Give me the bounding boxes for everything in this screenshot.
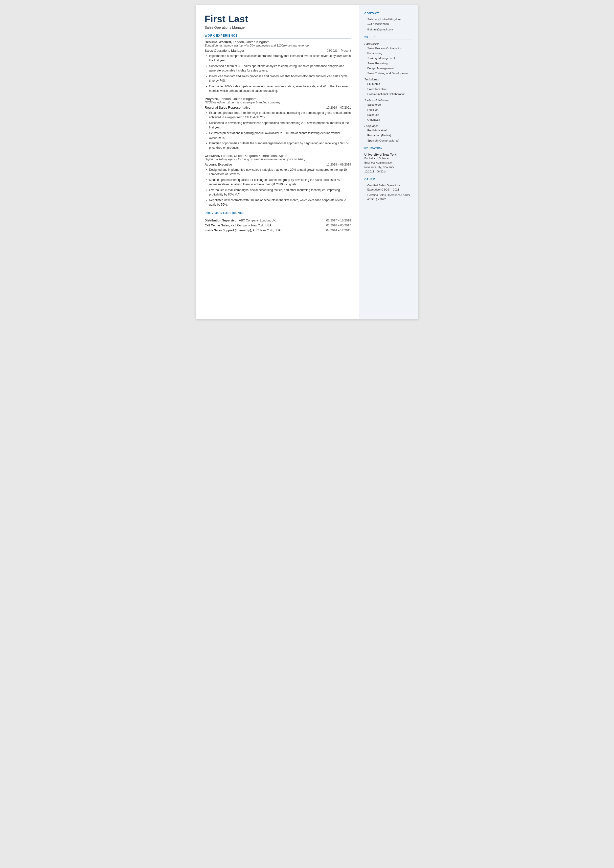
resume-container: First Last Sales Operations Manager WORK… [196, 5, 419, 319]
other-heading: OTHER [364, 178, 413, 182]
tool-item: Salesforce, [364, 103, 413, 107]
skill-item: Forecasting [364, 51, 413, 56]
tool-item: HubSpot [364, 108, 413, 112]
education-entry-1: University of New York Bachelor of Scien… [364, 153, 413, 174]
job-role-row-2: Regional Sales Representative 10/2019 – … [205, 106, 351, 109]
candidate-name: First Last [205, 14, 351, 25]
bullet-item: Delivered presentations regarding produc… [205, 131, 351, 140]
prev-exp-dates-3: 07/2014 – 12/2015 [315, 228, 351, 233]
employer-name-2: Polyhire, London, United Kingdom [205, 97, 351, 101]
prev-exp-entry-2: Call Center Sales, XYZ Company, New York… [205, 223, 315, 228]
other-item-1: Certified Sales Operations Executive (CS… [364, 183, 413, 192]
edu-school-name: University of New York [364, 153, 413, 156]
skills-heading: SKILLS [364, 36, 413, 40]
languages-label: Languages: [364, 124, 413, 127]
bullet-item: Overhauled e-mail campaigns, social netw… [205, 188, 351, 197]
name-title-block: First Last Sales Operations Manager [205, 14, 351, 30]
bullet-list-2: Expanded product lines into 30+ high-pro… [205, 110, 351, 150]
bullet-item: Designed and implemented new sales strat… [205, 168, 351, 176]
work-experience-heading: WORK EXPERIENCE [205, 34, 351, 39]
education-heading: EDUCATION [364, 147, 413, 151]
job-role-row-3: Account Executive 11/2018 – 09/2019 [205, 163, 351, 166]
other-list: Certified Sales Operations Executive (CS… [364, 183, 413, 202]
language-item: English (Native) [364, 129, 413, 133]
job-role-title-1: Sales Operations Manager [205, 49, 245, 53]
technique-item: Sales Incentive [364, 87, 413, 91]
tool-item: SalesLoft [364, 113, 413, 117]
edu-degree: Bachelor of Science [364, 156, 413, 161]
techniques-label: Techniques: [364, 78, 413, 81]
table-row: Call Center Sales, XYZ Company, New York… [205, 223, 351, 228]
language-item: Spanish (Conversational) [364, 138, 413, 143]
edu-location: New York City, New York [364, 165, 413, 169]
candidate-job-title: Sales Operations Manager [205, 25, 351, 30]
employer-growthsi: Growthsi, London, United Kingdom & Barce… [205, 154, 351, 207]
edu-field: Business Administration [364, 161, 413, 165]
job-role-title-3: Account Executive [205, 163, 232, 166]
job-dates-2: 10/2019 – 07/2021 [326, 106, 351, 109]
prev-exp-dates-1: 06/2017 – 10/2018 [315, 218, 351, 223]
bullet-item: Succeeded in developing new business opp… [205, 121, 351, 130]
hard-skills-list: Sales Process Optimization Forecasting T… [364, 46, 413, 76]
bullet-item: Introduced standardized sales processes … [205, 74, 351, 83]
table-row: Inside Sales Support (Internship), ABC, … [205, 228, 351, 233]
left-column: First Last Sales Operations Manager WORK… [196, 5, 359, 319]
tools-list: Salesforce, HubSpot SalesLoft Optymyze [364, 103, 413, 122]
contact-item-email: first.last@gmail.com [364, 28, 413, 32]
right-column: CONTACT Salisbury, United Kingdom +44 12… [359, 5, 419, 319]
other-item-2: Certified Sales Operations Leader (CSOL)… [364, 193, 413, 202]
languages-list: English (Native) Romanian (Native) Spani… [364, 129, 413, 143]
contact-list: Salisbury, United Kingdom +44 1234567890… [364, 17, 413, 32]
technique-item: Cross-functional Collaboration [364, 92, 413, 96]
employer-name-1: Resume Worded, London, United Kingdom [205, 40, 351, 44]
employer-resume-worded: Resume Worded, London, United Kingdom Ed… [205, 40, 351, 93]
bullet-item: Negotiated new contracts with 30+ major … [205, 198, 351, 207]
job-role-title-2: Regional Sales Representative [205, 106, 251, 109]
contact-heading: CONTACT [364, 12, 413, 16]
techniques-list: Six Sigma Sales Incentive Cross-function… [364, 82, 413, 96]
technique-item: Six Sigma [364, 82, 413, 86]
employer-polyhire: Polyhire, London, United Kingdom NYSE-li… [205, 97, 351, 150]
tool-item: Optymyze [364, 118, 413, 122]
skill-item: Sales Reporting [364, 61, 413, 65]
tools-label: Tools and Software: [364, 99, 413, 102]
bullet-item: Overhauled RW's sales pipeline conversio… [205, 84, 351, 93]
previous-experience-table: Distribution Supervisor, ABC Company, Lo… [205, 218, 351, 233]
prev-exp-entry-3: Inside Sales Support (Internship), ABC, … [205, 228, 315, 233]
employer-tagline-2: NYSE-listed recruitment and employer bra… [205, 101, 351, 104]
bullet-item: Expanded product lines into 30+ high-pro… [205, 110, 351, 120]
prev-exp-dates-2: 01/2016 – 05/2017 [315, 223, 351, 228]
prev-exp-entry-1: Distribution Supervisor, ABC Company, Lo… [205, 218, 315, 223]
skill-item: Budget Management [364, 66, 413, 70]
hard-skills-label: Hard Skills: [364, 42, 413, 45]
bullet-list-3: Designed and implemented new sales strat… [205, 168, 351, 207]
table-row: Distribution Supervisor, ABC Company, Lo… [205, 218, 351, 223]
bullet-item: Identified opportunities outside the sta… [205, 141, 351, 150]
bullet-list-1: Implemented a comprehensive sales operat… [205, 54, 351, 93]
previous-experience-heading: PREVIOUS EXPERIENCE [205, 211, 351, 216]
job-dates-1: 08/2021 – Present [327, 49, 351, 53]
bullet-item: Modeled professional qualities for colle… [205, 178, 351, 186]
bullet-item: Supervised a team of 30+ sales operation… [205, 64, 351, 73]
employer-tagline-1: Education technology startup with 50+ em… [205, 44, 351, 47]
skill-item: Territory Management [364, 56, 413, 61]
language-item: Romanian (Native) [364, 134, 413, 138]
contact-item-location: Salisbury, United Kingdom [364, 17, 413, 22]
job-role-row-1: Sales Operations Manager 08/2021 – Prese… [205, 49, 351, 53]
employer-tagline-3: Digital marketing agency focusing on sea… [205, 158, 351, 161]
skill-item: Sales Process Optimization [364, 46, 413, 50]
bullet-item: Implemented a comprehensive sales operat… [205, 54, 351, 63]
contact-item-phone: +44 1234567890 [364, 22, 413, 26]
employer-name-3: Growthsi, London, United Kingdom & Barce… [205, 154, 351, 158]
skill-item: Sales Training and Development [364, 71, 413, 76]
job-dates-3: 11/2018 – 09/2019 [326, 163, 351, 166]
edu-dates: 10/2011 - 06/2014 [364, 169, 413, 174]
